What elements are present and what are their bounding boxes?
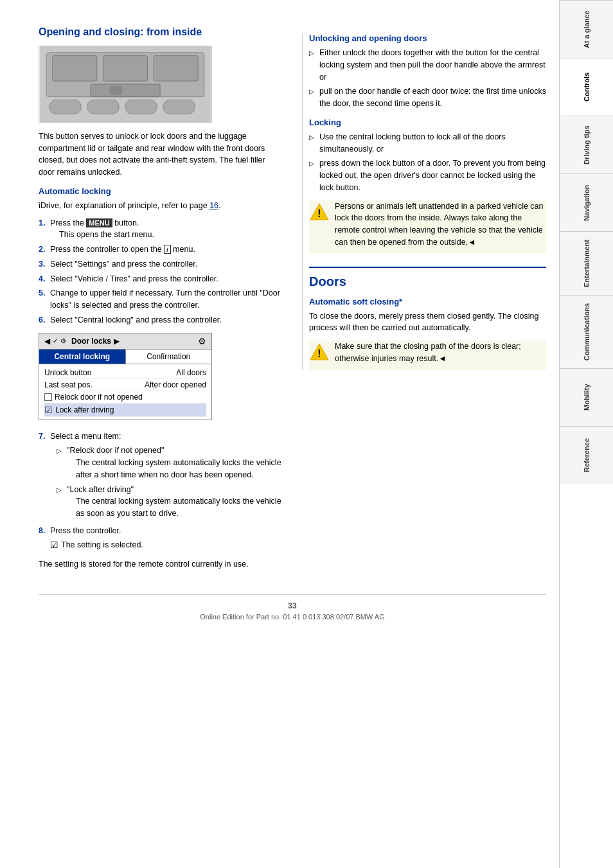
warning-box-doors: ! Make sure that the closing path of the… bbox=[309, 341, 546, 370]
locking-title: Locking bbox=[309, 118, 546, 127]
row-relock: Relock door if not opened bbox=[44, 391, 206, 403]
svg-text:!: ! bbox=[317, 348, 321, 359]
right-arrow-icon: ▶ bbox=[114, 337, 120, 346]
unlocking-doors-title: Unlocking and opening doors bbox=[309, 33, 546, 43]
warning-doors-text: Make sure that the closing path of the d… bbox=[335, 341, 546, 365]
tab-central-locking[interactable]: Central locking bbox=[39, 350, 126, 364]
steps-list-2: 7. Select a menu item: "Relock door if n… bbox=[39, 430, 283, 552]
bullet-lock-1: Use the central locking button to lock a… bbox=[309, 131, 546, 155]
page-number: 33 bbox=[39, 601, 546, 610]
widget-title: Door locks bbox=[71, 337, 111, 346]
page-footer: 33 Online Edition for Part no. 01 41 0 0… bbox=[39, 594, 546, 621]
row-label-relock: Relock door if not opened bbox=[55, 393, 143, 402]
sidebar-tab-controls[interactable]: Controls bbox=[560, 58, 613, 116]
idrive-intro: iDrive, for explanation of principle, re… bbox=[39, 200, 283, 212]
warning-box-locking: ! Persons or animals left unattended in … bbox=[309, 200, 546, 254]
svg-rect-5 bbox=[91, 84, 160, 97]
row-label-seat: Last seat pos. bbox=[44, 380, 93, 389]
steps-list: 1. Press the MENU button. This opens the… bbox=[39, 217, 283, 326]
svg-rect-9 bbox=[125, 100, 157, 114]
unlocking-bullets: Either unlock the doors together with th… bbox=[309, 47, 546, 110]
automatic-locking-title: Automatic locking bbox=[39, 186, 283, 196]
sidebar-tab-navigation[interactable]: Navigation bbox=[560, 173, 613, 231]
row-value-seat: After door opened bbox=[145, 380, 206, 389]
svg-rect-8 bbox=[87, 100, 119, 114]
svg-rect-3 bbox=[103, 56, 148, 81]
warning-triangle-icon: ! bbox=[309, 202, 330, 222]
auto-soft-closing-text: To close the doors, merely press them cl… bbox=[309, 310, 546, 335]
left-arrow-icon: ◀ bbox=[44, 337, 50, 346]
step-5: 5. Change to upper field if necessary. T… bbox=[39, 287, 283, 312]
widget-tabs: Central locking Confirmation bbox=[39, 350, 211, 364]
row-value-unlock: All doors bbox=[176, 368, 206, 377]
step-2: 2. Press the controller to open the i me… bbox=[39, 244, 283, 256]
bullet-unlock-1: Either unlock the doors together with th… bbox=[309, 47, 546, 83]
checkbox-relock bbox=[44, 393, 52, 401]
body-text: This button serves to unlock or lock doo… bbox=[39, 130, 283, 179]
doors-section-title: Doors bbox=[309, 274, 546, 289]
settings-icon: ⚙ bbox=[198, 336, 206, 346]
warning-triangle-icon-2: ! bbox=[309, 342, 330, 362]
sidebar-tab-at-a-glance[interactable]: At a glance bbox=[560, 0, 613, 58]
section-divider bbox=[309, 267, 546, 268]
svg-text:!: ! bbox=[317, 208, 321, 219]
step-6: 6. Select "Central locking" and press th… bbox=[39, 314, 283, 326]
sidebar-tab-entertainment[interactable]: Entertainment bbox=[560, 231, 613, 295]
bullet-unlock-2: pull on the door handle of each door twi… bbox=[309, 85, 546, 110]
checkmark-setting-icon: ☑ bbox=[50, 538, 58, 552]
car-image bbox=[39, 46, 212, 123]
svg-rect-10 bbox=[163, 100, 195, 114]
tab-confirmation[interactable]: Confirmation bbox=[126, 350, 212, 364]
sidebar-tab-communications[interactable]: Communications bbox=[560, 295, 613, 368]
row-label-lock-driving: Lock after driving bbox=[55, 405, 114, 414]
warning-locking-text: Persons or animals left unattended in a … bbox=[335, 200, 546, 249]
step-1: 1. Press the MENU button. This opens the… bbox=[39, 217, 283, 242]
nav-arrows: ◀ ✓ ⚙ Door locks ▶ bbox=[44, 337, 120, 346]
sidebar-tab-driving-tips[interactable]: Driving tips bbox=[560, 116, 613, 173]
widget-rows: Unlock button All doors Last seat pos. A… bbox=[39, 364, 211, 420]
section-title-opening: Opening and closing: from inside bbox=[39, 26, 283, 39]
auto-soft-closing-title: Automatic soft closing* bbox=[309, 297, 546, 306]
row-label-unlock: Unlock button bbox=[44, 368, 91, 377]
bullet-lock-2: press down the lock button of a door. To… bbox=[309, 157, 546, 193]
step-3: 3. Select "Settings" and press the contr… bbox=[39, 258, 283, 270]
checkmark-driving: ☑ bbox=[44, 405, 53, 415]
sidebar-tab-reference[interactable]: Reference bbox=[560, 426, 613, 484]
svg-rect-7 bbox=[49, 100, 81, 114]
svg-rect-4 bbox=[154, 56, 198, 81]
footer-text: Online Edition for Part no. 01 41 0 013 … bbox=[39, 613, 546, 621]
checkmark-icon-small: ✓ bbox=[53, 337, 58, 344]
step-4: 4. Select "Vehicle / Tires" and press th… bbox=[39, 273, 283, 285]
row-last-seat: Last seat pos. After door opened bbox=[44, 379, 206, 391]
svg-rect-6 bbox=[109, 86, 122, 95]
step-7: 7. Select a menu item: "Relock door if n… bbox=[39, 430, 283, 520]
setting-selected-text: The setting is selected. bbox=[61, 539, 143, 551]
gear-icon: ⚙ bbox=[60, 337, 66, 344]
sub-item-lock-after: "Lock after driving" The central locking… bbox=[57, 484, 283, 520]
svg-rect-2 bbox=[53, 56, 97, 81]
door-locks-widget: ◀ ✓ ⚙ Door locks ▶ ⚙ Central locking Con… bbox=[39, 333, 212, 420]
row-lock-driving: ☑ Lock after driving bbox=[44, 403, 206, 417]
right-sidebar: At a glance Controls Driving tips Naviga… bbox=[559, 0, 613, 868]
step-8: 8. Press the controller. ☑ The setting i… bbox=[39, 525, 283, 552]
sub-item-relock: "Relock door if not opened" The central … bbox=[57, 445, 283, 481]
sidebar-tab-mobility[interactable]: Mobility bbox=[560, 368, 613, 426]
row-unlock-button: Unlock button All doors bbox=[44, 367, 206, 379]
locking-bullets: Use the central locking button to lock a… bbox=[309, 131, 546, 194]
right-col-content: Unlocking and opening doors Either unloc… bbox=[302, 33, 546, 370]
stored-text: The setting is stored for the remote con… bbox=[39, 558, 283, 571]
widget-header: ◀ ✓ ⚙ Door locks ▶ ⚙ bbox=[39, 333, 211, 350]
